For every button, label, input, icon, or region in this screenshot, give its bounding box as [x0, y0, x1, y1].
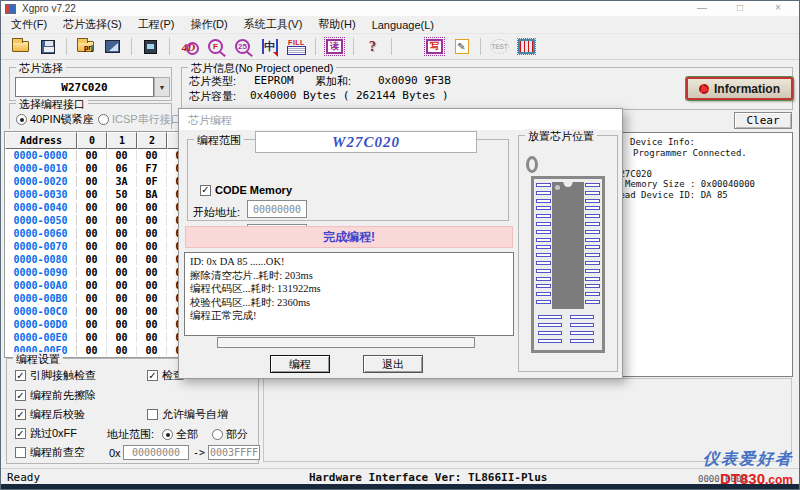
hex-cell[interactable]: 00 — [137, 345, 167, 356]
radio-icon[interactable] — [98, 114, 109, 125]
hex-cell[interactable]: 00 — [107, 280, 137, 291]
checkbox-verify-after[interactable]: 编程后校验 — [15, 407, 85, 422]
dialog-titlebar[interactable]: 芯片编程 — [179, 109, 622, 130]
hex-cell[interactable]: 00 — [77, 280, 107, 291]
menu-item[interactable]: 帮助(H) — [310, 17, 363, 32]
hex-cell[interactable]: 0F — [137, 176, 167, 187]
hex-cell[interactable]: 00 — [77, 293, 107, 304]
start-address-input[interactable]: 00000000 — [247, 200, 307, 218]
hex-cell[interactable]: 00 — [107, 306, 137, 317]
checkbox-code-memory[interactable]: CODE Memory — [200, 184, 292, 196]
maximize-button[interactable]: □ — [721, 1, 759, 16]
hex-row[interactable]: 0000-005000000000 — [5, 214, 197, 227]
hex-row[interactable]: 0000-0020003A0F00 — [5, 175, 197, 188]
menu-item[interactable]: 操作(D) — [182, 17, 235, 32]
radio-range-part[interactable]: 部分 — [212, 427, 248, 442]
hex-cell[interactable]: 00 — [77, 345, 107, 356]
radio-icsp[interactable]: ICSP串行接口 — [98, 112, 182, 127]
menu-item[interactable]: Language(L) — [364, 19, 442, 31]
hex-row[interactable]: 0000-006000000000 — [5, 227, 197, 240]
checkbox-icon[interactable] — [15, 409, 26, 420]
hex-cell[interactable]: 00 — [77, 254, 107, 265]
hex-cell[interactable]: 00 — [107, 150, 137, 161]
read-id-icon[interactable]: 4D — [176, 36, 201, 57]
information-button[interactable]: Information — [686, 77, 793, 100]
radio-icon[interactable] — [212, 429, 223, 440]
hex-cell[interactable]: 3A — [107, 176, 137, 187]
ic-test-icon[interactable] — [514, 36, 539, 57]
hex-cell[interactable]: 00 — [77, 306, 107, 317]
hex-cell[interactable]: 00 — [137, 202, 167, 213]
menu-item[interactable]: 系统工具(V) — [236, 17, 311, 32]
hex-row[interactable]: 0000-00100006F700 — [5, 162, 197, 175]
hex-cell[interactable]: F7 — [137, 163, 167, 174]
read-chip-icon[interactable]: 读 — [322, 36, 347, 57]
menu-item[interactable]: 芯片选择(S) — [55, 17, 130, 32]
hex-cell[interactable]: 06 — [107, 163, 137, 174]
checkbox-skip-ff[interactable]: 跳过0xFF — [15, 426, 77, 441]
hex-cell[interactable]: 00 — [77, 176, 107, 187]
hex-row[interactable]: 0000-009000000000 — [5, 266, 197, 279]
hex-cell[interactable]: 00 — [107, 215, 137, 226]
hex-cell[interactable]: 00 — [107, 293, 137, 304]
menu-item[interactable]: 文件(F) — [3, 17, 55, 32]
checkbox-icon[interactable] — [15, 428, 26, 439]
checkbox-icon[interactable] — [15, 390, 26, 401]
radio-40pin-socket[interactable]: 40PIN锁紧座 — [16, 112, 94, 127]
hex-cell[interactable]: BA — [137, 189, 167, 200]
hex-cell[interactable]: 00 — [77, 215, 107, 226]
hex-cell[interactable]: 00 — [77, 189, 107, 200]
hex-cell[interactable]: 00 — [137, 215, 167, 226]
hex-cell[interactable]: 00 — [137, 241, 167, 252]
hex-row[interactable]: 0000-00E000000000 — [5, 331, 197, 344]
hex-cell[interactable]: 00 — [137, 267, 167, 278]
hex-cell[interactable]: 00 — [77, 267, 107, 278]
chip-select-dropdown-icon[interactable]: ▼ — [154, 77, 170, 97]
hex-cell[interactable]: 00 — [137, 150, 167, 161]
hex-row[interactable]: 0000-008000000000 — [5, 253, 197, 266]
hex-cell[interactable]: 00 — [107, 332, 137, 343]
hex-cell[interactable]: 00 — [107, 319, 137, 330]
hex-cell[interactable]: 50 — [107, 189, 137, 200]
hex-cell[interactable]: 00 — [137, 306, 167, 317]
radio-icon[interactable] — [162, 429, 173, 440]
checkbox-icon[interactable] — [15, 447, 26, 458]
hex-buffer[interactable]: Address0123 0000-0000000000000000-001000… — [4, 131, 198, 358]
edit-buffer-icon[interactable]: ✎ — [449, 36, 474, 57]
find-25-icon[interactable]: 25 — [230, 36, 255, 57]
clear-button[interactable]: Clear — [734, 112, 792, 129]
save-file-icon[interactable] — [35, 36, 60, 57]
hex-cell[interactable]: 00 — [77, 228, 107, 239]
hex-cell[interactable]: 00 — [107, 228, 137, 239]
program-button[interactable]: 编程 — [270, 355, 330, 373]
hex-row[interactable]: 0000-00C000000000 — [5, 305, 197, 318]
radio-range-all[interactable]: 全部 — [162, 427, 198, 442]
hex-cell[interactable]: 00 — [107, 202, 137, 213]
range-to-input[interactable]: 0003FFFF — [208, 445, 260, 460]
hex-row[interactable]: 0000-00D000000000 — [5, 318, 197, 331]
window-titlebar[interactable]: Xgpro v7.22 — □ × — [1, 1, 799, 16]
hex-row[interactable]: 0000-00B000000000 — [5, 292, 197, 305]
hex-cell[interactable]: 00 — [77, 150, 107, 161]
find-f-icon[interactable]: F — [203, 36, 228, 57]
hex-cell[interactable]: 00 — [137, 280, 167, 291]
radio-icon[interactable] — [16, 114, 27, 125]
open-file-icon[interactable] — [8, 36, 33, 57]
hex-row[interactable]: 0000-000000000000 — [5, 149, 197, 162]
hex-cell[interactable]: 00 — [137, 319, 167, 330]
close-button[interactable]: × — [759, 1, 797, 16]
hex-cell[interactable]: 00 — [107, 345, 137, 356]
checkbox-blank-check[interactable]: 编程前查空 — [15, 445, 85, 460]
hex-cell[interactable]: 00 — [77, 202, 107, 213]
hex-cell[interactable]: 00 — [137, 254, 167, 265]
hex-row[interactable]: 0000-004000000000 — [5, 201, 197, 214]
hex-cell[interactable]: 00 — [77, 332, 107, 343]
chip-select-combo[interactable]: W27C020 — [15, 77, 154, 97]
checkbox-pin-detect[interactable]: 引脚接触检查 — [15, 368, 96, 383]
hex-cell[interactable]: 00 — [77, 319, 107, 330]
help-icon[interactable]: ? — [360, 36, 385, 57]
hex-row[interactable]: 0000-00A000000000 — [5, 279, 197, 292]
checkbox-icon[interactable] — [15, 370, 26, 381]
write-chip-icon[interactable]: 写 — [422, 36, 447, 57]
hex-cell[interactable]: 00 — [77, 163, 107, 174]
